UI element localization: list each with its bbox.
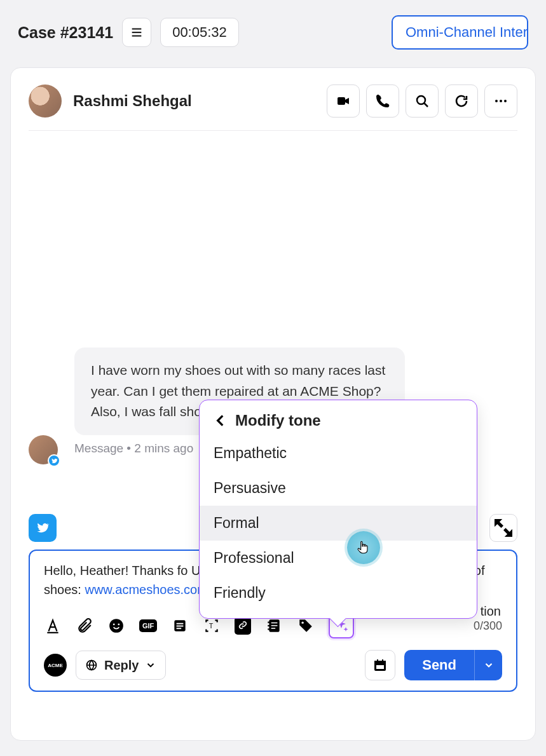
contact-name: Rashmi Shehgal: [73, 92, 192, 110]
svg-rect-14: [177, 623, 184, 624]
notebook-tool[interactable]: [265, 617, 283, 635]
tag-tool[interactable]: [297, 617, 315, 635]
emoji-icon: [108, 618, 125, 634]
svg-point-12: [118, 623, 119, 625]
refresh-button[interactable]: [445, 84, 478, 118]
message-avatar: [29, 435, 58, 464]
more-button[interactable]: [484, 84, 517, 118]
conversation-panel: Rashmi Shehgal I have worn my shoes out …: [10, 67, 536, 741]
case-title: Case #23141: [18, 24, 113, 42]
channel-twitter-icon[interactable]: [29, 514, 57, 542]
modify-tone-popover: Modify tone Empathetic Persuasive Formal…: [199, 400, 477, 619]
tag-icon: [297, 618, 314, 634]
search-button[interactable]: [406, 84, 439, 118]
svg-point-11: [113, 623, 115, 625]
tone-option-friendly[interactable]: Friendly: [200, 576, 477, 611]
chevron-down-icon: [145, 659, 156, 671]
svg-text:T: T: [209, 622, 214, 630]
tone-option-professional[interactable]: Professional: [200, 541, 477, 576]
popover-back-button[interactable]: [212, 412, 229, 429]
text-detect-tool[interactable]: T: [203, 617, 221, 635]
top-bar: Case #23141 00:05:32 Omni-Channel Intera: [0, 0, 546, 61]
svg-point-10: [109, 619, 123, 633]
tone-option-formal[interactable]: Formal: [200, 506, 477, 541]
gif-tool[interactable]: GIF: [139, 619, 157, 632]
scan-text-icon: T: [203, 618, 220, 634]
font-icon: [44, 618, 61, 634]
notebook-icon: [266, 618, 282, 634]
chevron-left-icon: [212, 412, 229, 429]
send-label: Send: [404, 650, 474, 680]
video-icon: [336, 93, 351, 109]
svg-rect-28: [374, 661, 386, 663]
calendar-icon: [372, 658, 388, 673]
svg-rect-19: [268, 622, 270, 623]
svg-rect-3: [338, 97, 345, 105]
more-icon: [493, 93, 508, 109]
svg-rect-16: [177, 628, 182, 629]
svg-point-7: [500, 100, 502, 102]
chevron-down-icon: [483, 659, 495, 671]
svg-rect-21: [268, 628, 270, 630]
reply-type-select[interactable]: Reply: [76, 651, 166, 680]
call-button[interactable]: [366, 84, 399, 118]
svg-rect-23: [271, 625, 278, 626]
font-tool[interactable]: [44, 617, 62, 635]
twitter-badge-icon: [48, 454, 60, 467]
phone-icon: [375, 93, 390, 109]
composer-footer: ACME Reply Send: [44, 650, 502, 680]
header-actions: [327, 84, 517, 118]
video-button[interactable]: [327, 84, 360, 118]
link-icon: [238, 621, 247, 630]
compose-text-tail: tion: [481, 602, 501, 621]
svg-rect-20: [268, 625, 270, 626]
panel-header: Rashmi Shehgal: [29, 68, 517, 131]
case-timer: 00:05:32: [160, 18, 239, 47]
svg-point-25: [302, 621, 304, 623]
char-count: 0/300: [474, 619, 502, 633]
emoji-tool[interactable]: [107, 617, 125, 635]
link-tool[interactable]: [235, 617, 251, 635]
contact-avatar: [29, 84, 62, 118]
omni-channel-button[interactable]: Omni-Channel Intera: [392, 15, 528, 50]
svg-rect-31: [376, 665, 384, 669]
tone-option-empathetic[interactable]: Empathetic: [200, 436, 477, 471]
svg-rect-22: [271, 623, 278, 624]
collapse-icon: [490, 515, 517, 541]
svg-rect-24: [271, 628, 276, 629]
svg-point-8: [504, 100, 507, 102]
paperclip-icon: [76, 618, 93, 634]
template-icon: [172, 618, 188, 634]
send-dropdown[interactable]: [474, 650, 502, 680]
reply-label: Reply: [104, 658, 139, 673]
template-tool[interactable]: [171, 617, 189, 635]
svg-rect-15: [177, 625, 184, 626]
svg-line-5: [425, 104, 428, 107]
globe-icon: [85, 659, 98, 672]
tone-option-persuasive[interactable]: Persuasive: [200, 471, 477, 506]
svg-point-6: [495, 100, 498, 102]
popover-title: Modify tone: [235, 412, 321, 429]
search-icon: [414, 93, 430, 109]
refresh-icon: [454, 93, 469, 109]
attach-tool[interactable]: [76, 617, 93, 635]
menu-button[interactable]: [122, 18, 151, 47]
send-button[interactable]: Send: [404, 650, 502, 680]
brand-badge[interactable]: ACME: [44, 654, 67, 677]
collapse-button[interactable]: [489, 514, 517, 542]
schedule-button[interactable]: [365, 650, 395, 680]
svg-point-4: [417, 96, 425, 104]
